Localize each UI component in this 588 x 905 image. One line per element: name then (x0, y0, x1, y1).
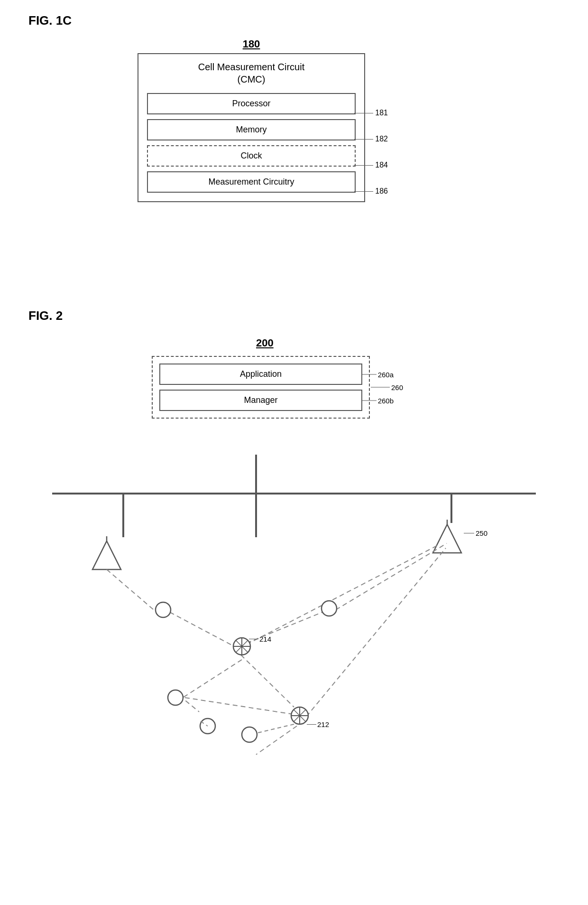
ref-260a: 260a (361, 370, 394, 378)
ref-182: 182 (354, 135, 388, 143)
ref-186: 186 (354, 187, 388, 196)
bus-line (52, 493, 536, 494)
svg-point-27 (168, 690, 183, 705)
ref-212-label: 212 (307, 720, 329, 728)
svg-point-20 (291, 707, 308, 724)
ref-250: 250 (464, 529, 487, 537)
ref-260b: 260b (361, 396, 394, 404)
svg-point-15 (233, 638, 250, 655)
ref-214-label: 214 (249, 635, 271, 643)
mid-vert (255, 494, 257, 537)
box-180: 180 Cell Measurement Circuit (CMC) Proce… (138, 38, 365, 202)
svg-line-12 (247, 545, 439, 644)
fig1c-label: FIG. 1C (28, 13, 72, 28)
sw-outer-box: Application 260a Manager 260b 260 (152, 356, 370, 419)
svg-line-19 (236, 640, 248, 653)
network-diagram-svg (28, 337, 560, 892)
svg-line-9 (173, 690, 199, 712)
svg-line-11 (336, 543, 447, 610)
right-triangle-250: 250 (431, 520, 464, 558)
svg-line-7 (241, 655, 294, 707)
svg-marker-0 (92, 541, 121, 569)
svg-line-24 (294, 709, 306, 722)
left-triangle (90, 536, 123, 574)
cmc-outer-box: Cell Measurement Circuit (CMC) Processor… (138, 53, 365, 202)
svg-line-10 (175, 660, 242, 702)
svg-line-8 (185, 698, 293, 714)
sw-to-bus-line (255, 455, 257, 493)
right-vert (450, 494, 452, 523)
svg-marker-2 (433, 524, 461, 553)
svg-line-23 (294, 709, 306, 722)
measurement-box: Measurement Circuitry 186 (147, 171, 356, 193)
ref-260: 260 (371, 383, 403, 392)
fig2-box-number: 200 (256, 337, 274, 349)
cmc-title: Cell Measurement Circuit (CMC) (147, 61, 356, 85)
left-antenna-vert (122, 494, 124, 537)
svg-line-30 (256, 724, 294, 733)
svg-point-31 (242, 727, 257, 742)
ref-181: 181 (354, 109, 388, 117)
svg-line-4 (107, 569, 156, 612)
clock-box: Clock 184 (147, 145, 356, 167)
processor-box: Processor 181 (147, 93, 356, 114)
svg-point-28 (200, 718, 215, 734)
svg-point-25 (156, 602, 171, 617)
memory-box: Memory 182 (147, 119, 356, 140)
box-180-number: 180 (138, 38, 365, 50)
svg-point-26 (322, 601, 337, 616)
ref-184: 184 (354, 161, 388, 169)
svg-line-14 (256, 721, 303, 755)
svg-line-18 (236, 640, 248, 653)
manager-box: Manager 260b (159, 390, 362, 411)
svg-line-13 (306, 548, 446, 717)
svg-line-5 (170, 612, 232, 645)
svg-line-29 (201, 721, 208, 726)
fig2-area: 200 Application 260a Manager 260b 260 (28, 337, 560, 892)
application-box: Application 260a (159, 364, 362, 385)
fig2-label: FIG. 2 (28, 308, 63, 323)
